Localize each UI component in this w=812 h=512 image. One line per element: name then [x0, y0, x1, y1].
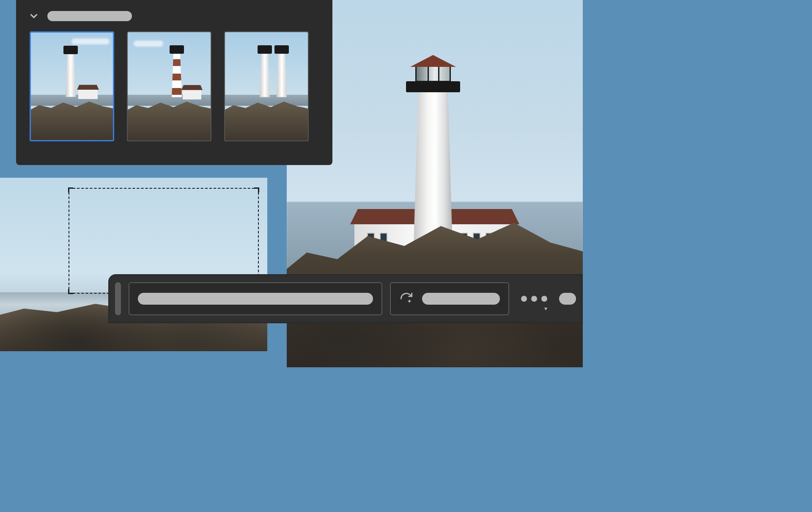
generative-toolbar: ▾: [108, 274, 583, 323]
selection-handle-bl[interactable]: [68, 289, 73, 294]
preview-lighthouse-tower: [414, 88, 453, 249]
more-options-button[interactable]: ▾: [517, 296, 551, 302]
caret-down-icon: ▾: [544, 305, 547, 312]
variations-title-placeholder: [47, 11, 132, 21]
regenerate-sparkle-icon: [399, 292, 414, 306]
generate-button-label: [422, 293, 500, 305]
generate-button-group[interactable]: [390, 282, 509, 315]
toolbar-trailing-pill[interactable]: [559, 293, 576, 305]
preview-lighthouse-lantern: [408, 58, 458, 92]
editing-canvas[interactable]: [0, 178, 267, 351]
more-options-icon: [521, 296, 527, 302]
selection-handle-tl[interactable]: [68, 187, 73, 193]
variation-thumbnail-2[interactable]: [127, 31, 211, 141]
variation-thumbnail-1[interactable]: [30, 31, 114, 141]
collapse-panel-button[interactable]: [26, 8, 41, 24]
prompt-input-group[interactable]: [129, 282, 382, 315]
prompt-input[interactable]: [138, 293, 373, 305]
variations-panel: [16, 0, 332, 165]
chevron-down-icon: [28, 11, 39, 22]
selection-handle-tr[interactable]: [254, 187, 259, 193]
variation-thumbnail-3[interactable]: [224, 31, 309, 141]
variation-thumbnails-row: [26, 31, 322, 141]
toolbar-drag-grip[interactable]: [115, 282, 121, 315]
